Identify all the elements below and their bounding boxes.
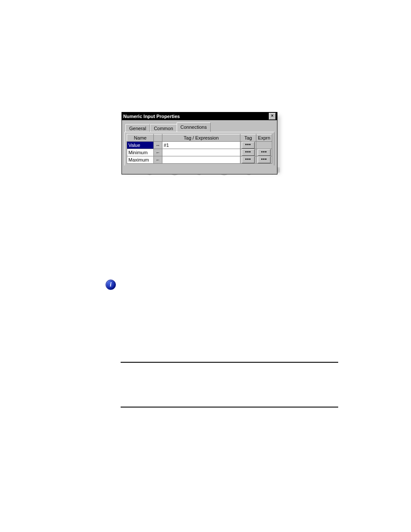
header-exprn: Exprn: [256, 134, 272, 142]
cell-tag-expression[interactable]: #1: [162, 142, 240, 149]
dialog-titlebar: Numeric Input Properties ×: [122, 112, 277, 120]
arrow-icon: ←: [154, 156, 162, 164]
tab-row: General Common Connections: [125, 122, 274, 132]
grid-row-minimum: Minimum ← ••• •••: [127, 149, 272, 156]
cell-exprn-btn: •••: [256, 149, 272, 156]
grid-row-maximum: Maximum ← ••• •••: [127, 156, 272, 164]
horizontal-rule: [121, 407, 338, 408]
connections-grid: Name Tag / Expression Tag Exprn Value ↔ …: [127, 134, 272, 164]
tab-common[interactable]: Common: [150, 124, 177, 133]
header-arrow: [154, 134, 162, 142]
info-icon: [106, 280, 116, 290]
tab-panel-connections: Name Tag / Expression Tag Exprn Value ↔ …: [125, 132, 274, 166]
grid-header-row: Name Tag / Expression Tag Exprn: [127, 134, 272, 142]
tag-browse-button[interactable]: •••: [242, 156, 255, 163]
cell-name[interactable]: Minimum: [127, 149, 154, 156]
numeric-input-properties-dialog: Numeric Input Properties × General Commo…: [121, 112, 277, 174]
close-icon[interactable]: ×: [269, 113, 276, 120]
arrow-icon: ↔: [154, 142, 162, 149]
tag-browse-button[interactable]: •••: [242, 149, 255, 156]
exprn-browse-button[interactable]: •••: [258, 156, 271, 163]
cell-tag-expression[interactable]: [162, 156, 240, 164]
left-arrow-icon: ←: [156, 150, 160, 155]
arrow-icon: ←: [154, 149, 162, 156]
header-name: Name: [127, 134, 154, 142]
cell-name[interactable]: Maximum: [127, 156, 154, 164]
grid-row-value: Value ↔ #1 •••: [127, 142, 272, 149]
cell-tag-btn: •••: [240, 156, 256, 164]
tab-connections[interactable]: Connections: [177, 122, 211, 132]
left-arrow-icon: ←: [156, 157, 160, 162]
cell-name[interactable]: Value: [127, 142, 154, 149]
header-tag: Tag: [240, 134, 256, 142]
cell-tag-btn: •••: [240, 142, 256, 149]
tab-area: General Common Connections Name Tag / Ex…: [122, 120, 277, 166]
cell-tag-btn: •••: [240, 149, 256, 156]
header-tag-expression: Tag / Expression: [162, 134, 240, 142]
bidirectional-arrow-icon: ↔: [156, 143, 160, 148]
cell-tag-expression[interactable]: [162, 149, 240, 156]
horizontal-rule: [121, 362, 338, 363]
dialog-title: Numeric Input Properties: [123, 112, 180, 120]
cell-exprn-btn: •••: [256, 156, 272, 164]
tag-browse-button[interactable]: •••: [242, 142, 255, 149]
tab-general[interactable]: General: [125, 124, 150, 133]
exprn-browse-button[interactable]: •••: [258, 149, 271, 156]
cell-exprn-btn: [256, 142, 272, 149]
torn-edge-graphic: [122, 165, 277, 174]
